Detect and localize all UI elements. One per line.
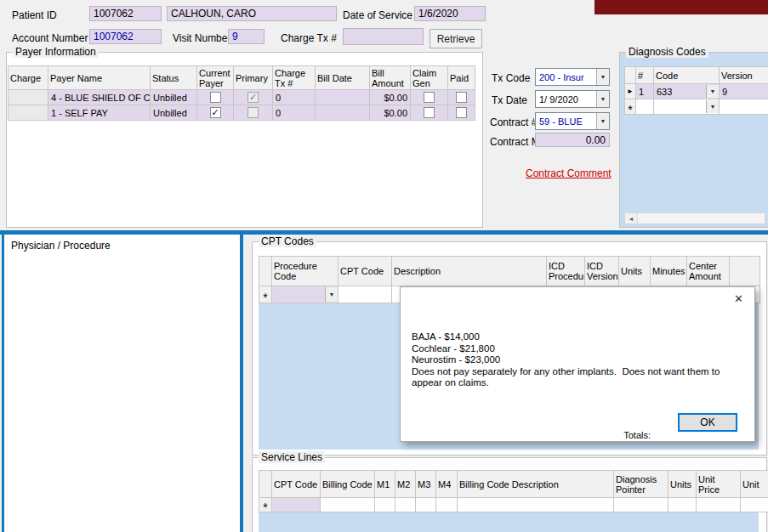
patient-name-field[interactable]: CALHOUN, CARO — [167, 6, 337, 21]
m3-cell[interactable] — [416, 498, 436, 512]
column-header-paid[interactable]: Paid — [448, 66, 475, 90]
diagnosis-new-row[interactable]: * ▼ — [625, 99, 768, 115]
paid-checkbox[interactable] — [456, 107, 467, 118]
service-grid-header-row: CPT Code Billing Code M1 M2 M3 M4 Billin… — [259, 471, 768, 498]
primary-checkbox[interactable]: ✓ — [247, 92, 259, 103]
column-header-unit-clipped[interactable]: Unit — [741, 471, 768, 498]
service-lines-title: Service Lines — [259, 451, 325, 463]
column-header-unit-price[interactable]: Unit Price — [697, 471, 741, 498]
column-header-bill-amount[interactable]: Bill Amount — [370, 66, 411, 90]
procedure-code-dropdown[interactable]: ▼ — [272, 286, 338, 303]
column-header-m2[interactable]: M2 — [395, 471, 416, 498]
close-icon[interactable]: ✕ — [734, 293, 743, 304]
chevron-down-icon: ▼ — [706, 85, 719, 98]
charge-tx-number-field[interactable] — [343, 28, 424, 45]
unit-price-cell[interactable] — [697, 498, 741, 512]
charge-tx-cell: 0 — [273, 90, 316, 105]
diagnosis-code-dropdown[interactable]: ▼ — [654, 99, 720, 115]
chevron-down-icon: ▼ — [706, 100, 719, 113]
new-row-asterisk-icon: * — [263, 503, 267, 512]
current-payer-checkbox[interactable]: ✓ — [210, 107, 221, 118]
status-cell: Unbilled — [151, 105, 197, 121]
claim-gen-cell — [411, 90, 448, 105]
diagnosis-codes-title: Diagnosis Codes — [626, 46, 708, 58]
diagnosis-code-dropdown[interactable]: 633 ▼ — [654, 84, 720, 99]
column-header-units[interactable]: Units — [619, 257, 651, 286]
diagnosis-pointer-cell[interactable] — [614, 498, 668, 512]
visit-number-field[interactable]: 9 — [228, 29, 265, 44]
column-header-billing-code-description[interactable]: Billing Code Description — [458, 471, 614, 498]
column-header-units[interactable]: Units — [668, 471, 697, 498]
scroll-left-icon[interactable]: ◄ — [625, 213, 638, 224]
m4-cell[interactable] — [436, 498, 458, 512]
contract-comment-link[interactable]: Contract Comment — [526, 167, 612, 179]
billing-code-description-cell[interactable] — [458, 498, 614, 512]
column-header-m4[interactable]: M4 — [436, 471, 458, 498]
column-header-charge[interactable]: Charge — [9, 66, 48, 90]
billing-code-cell[interactable] — [321, 498, 375, 512]
physician-procedure-panel: Physician / Procedure — [2, 235, 243, 532]
column-header-bill-date[interactable]: Bill Date — [316, 66, 370, 90]
column-header-billing-code[interactable]: Billing Code — [321, 471, 375, 498]
chevron-down-icon: ▼ — [325, 287, 338, 302]
tx-code-label: Tx Code — [492, 72, 530, 84]
m1-cell[interactable] — [375, 498, 395, 512]
cpt-code-cell[interactable] — [338, 286, 392, 303]
service-new-row[interactable]: * — [259, 498, 768, 512]
column-header-num[interactable]: # — [636, 67, 654, 84]
contract-dropdown[interactable]: 59 - BLUE ▼ — [535, 112, 610, 130]
claim-gen-checkbox[interactable] — [424, 92, 435, 103]
column-header-primary[interactable]: Primary — [234, 66, 273, 90]
payer-information-group: Payer Information Charge Payer Name Stat… — [6, 52, 483, 228]
column-header-version[interactable]: Version — [720, 67, 768, 84]
tx-code-dropdown[interactable]: 200 - Insur ▼ — [535, 68, 610, 86]
column-header-cpt-code[interactable]: CPT Code — [272, 471, 321, 498]
column-header-m3[interactable]: M3 — [416, 471, 436, 498]
patient-id-field[interactable]: 1007062 — [89, 6, 162, 21]
diagnosis-horizontal-scrollbar[interactable]: ◄ — [624, 212, 765, 224]
chevron-down-icon: ▼ — [596, 113, 609, 129]
cpt-code-cell[interactable] — [272, 498, 321, 512]
tx-date-label: Tx Date — [492, 94, 527, 106]
column-header-procedure-code[interactable]: Procedure Code — [272, 257, 338, 286]
date-of-service-field[interactable]: 1/6/2020 — [414, 6, 486, 21]
paid-cell — [448, 105, 475, 121]
m2-cell[interactable] — [395, 498, 416, 512]
payer-row[interactable]: 1 - SELF PAY Unbilled ✓ 0 $0.00 — [9, 105, 475, 121]
popup-line: Does not pay separately for any other im… — [412, 366, 747, 389]
column-header-charge-tx[interactable]: Charge Tx # — [273, 66, 316, 90]
column-header-description[interactable]: Description — [392, 257, 547, 286]
column-header-claim-gen[interactable]: Claim Gen — [411, 66, 448, 90]
column-header-diagnosis-pointer[interactable]: Diagnosis Pointer — [614, 471, 668, 498]
column-header-cpt-code[interactable]: CPT Code — [338, 257, 392, 286]
column-header-m1[interactable]: M1 — [375, 471, 395, 498]
service-lines-group: Service Lines CPT Code Billing Code M1 M… — [252, 457, 767, 532]
claim-gen-checkbox[interactable] — [424, 107, 435, 118]
units-cell[interactable] — [668, 498, 697, 512]
column-header-clipped — [730, 257, 760, 286]
cpt-codes-title: CPT Codes — [259, 235, 316, 247]
column-header-current-payer[interactable]: Current Payer — [197, 66, 234, 90]
column-header-payer-name[interactable]: Payer Name — [48, 66, 151, 90]
tx-date-dropdown[interactable]: 1/ 9/2020 ▼ — [535, 90, 610, 108]
column-header-center-amount[interactable]: Center Amount — [687, 257, 730, 286]
column-header-icd-version[interactable]: ICD Version — [585, 257, 619, 286]
current-payer-checkbox[interactable] — [210, 92, 221, 103]
diagnosis-row[interactable]: ► 1 633 ▼ 9 — [625, 84, 768, 99]
new-row-asterisk-icon: * — [628, 105, 632, 114]
column-header-code[interactable]: Code — [654, 67, 720, 84]
charge-cell — [9, 105, 48, 121]
retrieve-button[interactable]: Retrieve — [430, 29, 482, 48]
account-number-field[interactable]: 1007062 — [89, 29, 162, 44]
cpt-grid-header-row: Procedure Code CPT Code Description ICD … — [259, 257, 760, 286]
service-grid-empty-area — [259, 512, 759, 532]
paid-checkbox[interactable] — [456, 92, 467, 103]
column-header-icd-procedure[interactable]: ICD Procedure — [547, 257, 585, 286]
ok-button[interactable]: OK — [678, 413, 737, 432]
column-header-status[interactable]: Status — [151, 66, 197, 90]
column-header-minutes[interactable]: Minutes — [651, 257, 687, 286]
tx-code-value: 200 - Insur — [539, 72, 584, 82]
primary-checkbox[interactable] — [247, 107, 259, 118]
row-selector-header — [625, 67, 636, 84]
payer-row[interactable]: 4 - BLUE SHIELD OF CA Unbilled ✓ 0 $0.00 — [9, 90, 475, 105]
